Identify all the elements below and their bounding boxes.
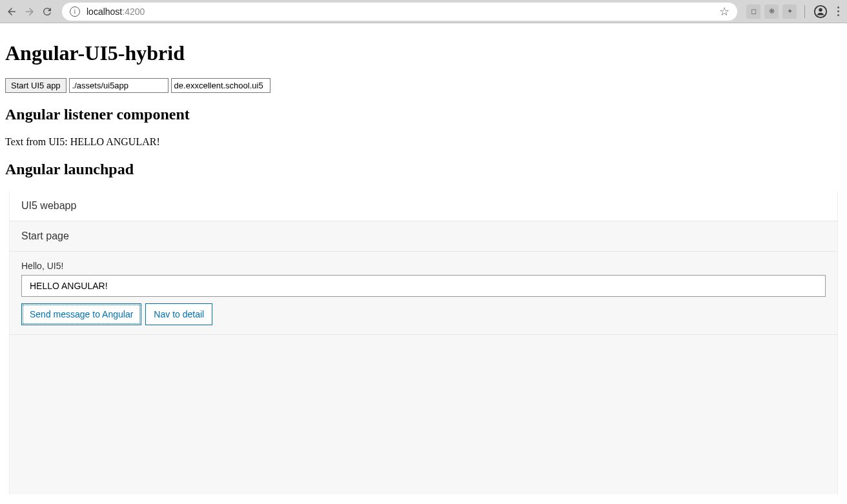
extension-icon-3[interactable]: ✦ <box>782 5 797 19</box>
nav-detail-button[interactable]: Nav to detail <box>145 303 212 325</box>
ui5-app-title: UI5 webapp <box>10 191 837 221</box>
listener-heading: Angular listener component <box>5 106 842 123</box>
start-ui5-button[interactable]: Start UI5 app <box>5 78 66 93</box>
listener-value: HELLO ANGULAR! <box>70 136 160 147</box>
ui5-button-row: Send message to Angular Nav to detail <box>21 303 826 325</box>
url-port: :4200 <box>122 6 145 17</box>
ui5-page-title: Start page <box>10 221 837 252</box>
menu-icon[interactable] <box>837 6 839 16</box>
reload-button[interactable] <box>41 6 53 17</box>
asset-path-input[interactable] <box>69 78 168 93</box>
ui5-greeting-label: Hello, UI5! <box>21 261 826 271</box>
page-body: Angular-UI5-hybrid Start UI5 app Angular… <box>0 23 847 499</box>
listener-prefix: Text from UI5: <box>5 136 70 147</box>
back-button[interactable] <box>5 5 18 18</box>
namespace-input[interactable] <box>171 78 270 93</box>
site-info-icon[interactable]: i <box>70 6 80 17</box>
ui5-message-input[interactable] <box>21 275 826 297</box>
address-bar[interactable]: i localhost:4200 ☆ <box>62 3 737 21</box>
send-message-button[interactable]: Send message to Angular <box>21 303 141 325</box>
chrome-right-controls: ◻ ❋ ✦ <box>746 4 842 19</box>
extension-icon-1[interactable]: ◻ <box>746 5 760 19</box>
divider <box>804 5 805 18</box>
profile-icon[interactable] <box>813 4 828 19</box>
start-controls: Start UI5 app <box>5 78 842 93</box>
url-host: localhost <box>87 6 122 17</box>
ui5-page-body: Hello, UI5! Send message to Angular Nav … <box>10 252 837 335</box>
listener-output: Text from UI5: HELLO ANGULAR! <box>5 136 842 148</box>
browser-toolbar: i localhost:4200 ☆ ◻ ❋ ✦ <box>0 0 847 23</box>
forward-button[interactable] <box>23 5 36 18</box>
svg-point-1 <box>819 8 822 12</box>
launchpad-heading: Angular launchpad <box>5 161 842 178</box>
page-title: Angular-UI5-hybrid <box>5 41 842 65</box>
ui5-app-container: UI5 webapp Start page Hello, UI5! Send m… <box>9 191 838 494</box>
bookmark-star-icon[interactable]: ☆ <box>719 5 730 19</box>
extension-icon-2[interactable]: ❋ <box>764 5 779 19</box>
